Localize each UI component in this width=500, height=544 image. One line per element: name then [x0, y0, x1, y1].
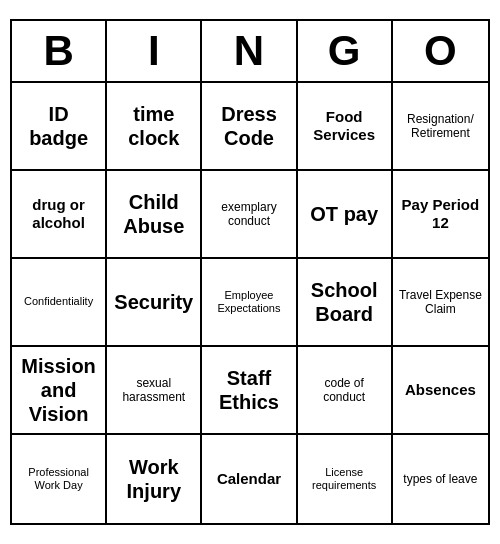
bingo-cell: Mission and Vision: [12, 347, 107, 435]
cell-text: School Board: [304, 278, 385, 326]
cell-text: Travel Expense Claim: [399, 288, 482, 317]
bingo-cell: Professional Work Day: [12, 435, 107, 523]
bingo-cell: ID badge: [12, 83, 107, 171]
bingo-cell: Security: [107, 259, 202, 347]
bingo-grid: ID badgetime clockDress CodeFood Service…: [12, 83, 488, 523]
bingo-cell: Work Injury: [107, 435, 202, 523]
bingo-cell: OT pay: [298, 171, 393, 259]
cell-text: time clock: [113, 102, 194, 150]
cell-text: Child Abuse: [113, 190, 194, 238]
bingo-cell: License requirements: [298, 435, 393, 523]
cell-text: Food Services: [304, 108, 385, 144]
bingo-cell: Calendar: [202, 435, 297, 523]
bingo-letter: N: [202, 21, 297, 81]
bingo-cell: Travel Expense Claim: [393, 259, 488, 347]
cell-text: Staff Ethics: [208, 366, 289, 414]
bingo-cell: Resignation/ Retirement: [393, 83, 488, 171]
cell-text: Absences: [405, 381, 476, 399]
bingo-cell: Confidentiality: [12, 259, 107, 347]
cell-text: Confidentiality: [24, 295, 93, 308]
bingo-letter: I: [107, 21, 202, 81]
cell-text: drug or alcohol: [18, 196, 99, 232]
bingo-cell: types of leave: [393, 435, 488, 523]
bingo-card: BINGO ID badgetime clockDress CodeFood S…: [10, 19, 490, 525]
bingo-cell: sexual harassment: [107, 347, 202, 435]
bingo-cell: Pay Period 12: [393, 171, 488, 259]
bingo-cell: code of conduct: [298, 347, 393, 435]
bingo-cell: Child Abuse: [107, 171, 202, 259]
cell-text: Work Injury: [113, 455, 194, 503]
cell-text: License requirements: [304, 466, 385, 492]
bingo-cell: exemplary conduct: [202, 171, 297, 259]
bingo-cell: Staff Ethics: [202, 347, 297, 435]
cell-text: Pay Period 12: [399, 196, 482, 232]
cell-text: sexual harassment: [113, 376, 194, 405]
cell-text: ID badge: [18, 102, 99, 150]
cell-text: Resignation/ Retirement: [399, 112, 482, 141]
bingo-cell: Employee Expectations: [202, 259, 297, 347]
cell-text: Calendar: [217, 470, 281, 488]
bingo-cell: Absences: [393, 347, 488, 435]
bingo-header: BINGO: [12, 21, 488, 83]
bingo-cell: Dress Code: [202, 83, 297, 171]
bingo-letter: O: [393, 21, 488, 81]
cell-text: Professional Work Day: [18, 466, 99, 492]
bingo-cell: drug or alcohol: [12, 171, 107, 259]
cell-text: Mission and Vision: [18, 354, 99, 426]
cell-text: Employee Expectations: [208, 289, 289, 315]
cell-text: types of leave: [403, 472, 477, 486]
cell-text: Security: [114, 290, 193, 314]
bingo-cell: Food Services: [298, 83, 393, 171]
bingo-letter: G: [298, 21, 393, 81]
bingo-letter: B: [12, 21, 107, 81]
cell-text: exemplary conduct: [208, 200, 289, 229]
cell-text: code of conduct: [304, 376, 385, 405]
cell-text: Dress Code: [208, 102, 289, 150]
bingo-cell: School Board: [298, 259, 393, 347]
cell-text: OT pay: [310, 202, 378, 226]
bingo-cell: time clock: [107, 83, 202, 171]
